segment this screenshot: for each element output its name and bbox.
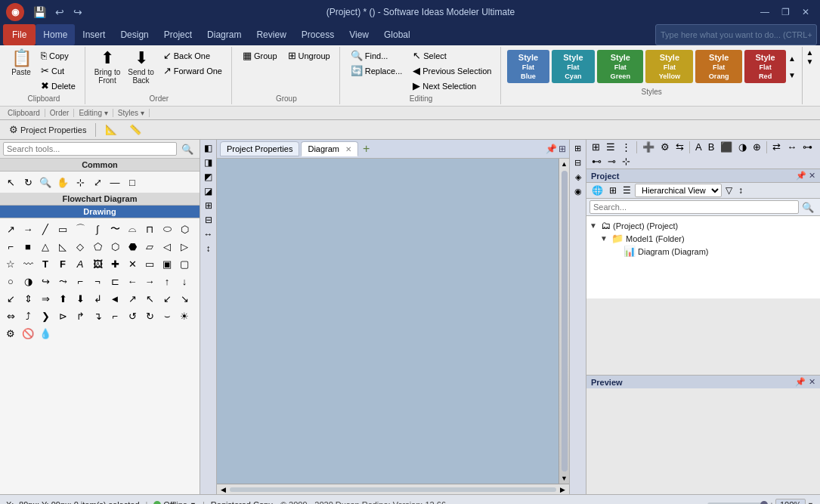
forward-one-button[interactable]: ↗ Forward One: [159, 63, 227, 78]
menu-review[interactable]: Review: [249, 24, 293, 45]
bring-to-front-button[interactable]: ⬆ Bring toFront: [91, 48, 123, 86]
diag-arrow-ne-tool[interactable]: ↗: [124, 290, 141, 307]
rotate-fwd-tool[interactable]: ↻: [141, 308, 158, 324]
diagram-pin-icon[interactable]: 📌: [546, 144, 557, 154]
diagram-horizontal-scrollbar[interactable]: ◀ ▶: [217, 484, 569, 494]
diagram-vertical-scrollbar[interactable]: ▲ ▼: [559, 159, 569, 484]
rotate-tool[interactable]: ↻: [20, 174, 36, 190]
diag-line-tool[interactable]: ╱: [37, 221, 54, 237]
style-flat-green-button[interactable]: StyleFlat Green: [597, 50, 643, 83]
bracket-left-tool[interactable]: ⌐: [72, 273, 88, 289]
parallelogram-tool[interactable]: ▱: [141, 238, 158, 255]
zoom-tool[interactable]: 🔍: [37, 174, 54, 190]
lt-arrow-tool[interactable]: ↙: [2, 290, 19, 307]
pt-icon-2[interactable]: ⊞: [607, 184, 619, 196]
zoom-dropdown-icon[interactable]: ▼: [807, 501, 814, 505]
rt-icon-h[interactable]: ⊶: [800, 141, 815, 153]
global-search-input[interactable]: [661, 30, 812, 39]
rvt-icon-2[interactable]: ⊟: [571, 156, 585, 169]
ribbon-expand-icon[interactable]: ▼: [806, 57, 814, 66]
replace-button[interactable]: 🔄 Replace...: [346, 63, 407, 78]
vt-icon-8[interactable]: ↕: [202, 242, 215, 255]
add-tab-button[interactable]: +: [360, 142, 373, 156]
rect-outline-tool[interactable]: ▭: [54, 221, 71, 237]
style-flat-yellow-button[interactable]: StyleFlat Yellow: [645, 50, 693, 83]
rt-icon-list[interactable]: ☰: [604, 141, 617, 153]
pan-tool[interactable]: ✋: [54, 174, 71, 190]
chevron-right-tool[interactable]: ▷: [176, 238, 193, 255]
horiz-scroll-track[interactable]: [230, 487, 556, 492]
arc-bottom-tool[interactable]: ⌣: [159, 308, 175, 324]
delete-button[interactable]: ✖ Delete: [36, 79, 80, 93]
vt-icon-6[interactable]: ⊟: [202, 213, 215, 227]
bracket-right-tool[interactable]: ¬: [89, 273, 106, 289]
offline-button[interactable]: Offline ▼: [153, 500, 196, 505]
previous-selection-button[interactable]: ◀ Previous Selection: [408, 63, 496, 78]
chevron-left-tool[interactable]: ◁: [159, 238, 175, 255]
copy-button[interactable]: ⎘ Copy: [36, 48, 80, 63]
project-search-icon[interactable]: 🔍: [799, 202, 817, 213]
project-properties-button[interactable]: ⚙ Project Properties: [5, 122, 91, 137]
diamond-tool[interactable]: ◇: [72, 238, 88, 255]
squiggle-tool[interactable]: 〰: [20, 255, 36, 272]
rt-icon-a[interactable]: A: [693, 141, 704, 153]
cut-button[interactable]: ✂ Cut: [36, 63, 80, 78]
find-button[interactable]: 🔍 Find...: [346, 48, 407, 63]
rounded-rect-tool[interactable]: ▢: [176, 255, 193, 272]
select-button[interactable]: ↖ Select: [408, 48, 496, 63]
preview-pin-icon[interactable]: 📌: [795, 377, 806, 387]
select-tool[interactable]: ↖: [2, 174, 19, 190]
menu-global[interactable]: Global: [376, 24, 418, 45]
maximize-button[interactable]: ❐: [777, 5, 794, 19]
rt-icon-arrows[interactable]: ⇆: [673, 141, 686, 153]
project-pin-icon[interactable]: 📌: [796, 171, 806, 181]
scroll-down-button[interactable]: ▼: [561, 475, 568, 482]
circle-outline-tool[interactable]: ○: [2, 273, 19, 289]
hierarchical-view-select[interactable]: Hierarchical View Flat View Sorted View: [635, 184, 722, 197]
dbl-rect-tool[interactable]: ▣: [159, 255, 175, 272]
scroll-right-button[interactable]: ▶: [558, 486, 568, 493]
diagram-canvas[interactable]: [217, 159, 559, 484]
vt-icon-2[interactable]: ◨: [202, 156, 215, 169]
wavy-arrow-tool[interactable]: ⤳: [54, 273, 71, 289]
multi-arrow-tool[interactable]: ⇔: [2, 308, 19, 324]
vt-icon-3[interactable]: ◩: [202, 170, 215, 184]
rt-icon-tree[interactable]: ⋮: [619, 141, 633, 153]
pt-icon-3[interactable]: ☰: [620, 184, 633, 196]
rt-icon-f[interactable]: ⇄: [770, 141, 783, 153]
style-flat-orange-button[interactable]: StyleFlat Orang: [695, 50, 742, 83]
rvt-icon-1[interactable]: ⊞: [571, 141, 585, 155]
vt-icon-5[interactable]: ⊞: [202, 199, 215, 212]
registered-copy-link[interactable]: Registered Copy.: [211, 500, 274, 505]
down-arrow-tool[interactable]: ↓: [176, 273, 193, 289]
pill-tool[interactable]: ⬭: [159, 221, 175, 237]
rt-icon-grid[interactable]: ⊞: [589, 141, 602, 153]
menu-diagram[interactable]: Diagram: [200, 24, 249, 45]
menu-process[interactable]: Process: [294, 24, 342, 45]
rt-icon-e[interactable]: ⊕: [750, 141, 763, 153]
chevron-tool[interactable]: ❯: [37, 308, 54, 324]
menu-insert[interactable]: Insert: [75, 24, 113, 45]
left-arrow2-tool[interactable]: ◄: [107, 290, 123, 307]
tree-item-project[interactable]: ▼ 🗂 (Project) (Project): [586, 219, 820, 232]
scroll-up-button[interactable]: ▲: [561, 160, 568, 168]
group-button[interactable]: ▦ Group: [238, 48, 282, 63]
scroll-thumb[interactable]: [562, 171, 568, 472]
triangle-tool[interactable]: △: [37, 238, 54, 255]
global-search-box[interactable]: [655, 24, 817, 45]
arrow-e-tool[interactable]: →: [20, 221, 36, 237]
teardrop-tool[interactable]: 💧: [37, 325, 54, 342]
tab-diagram-close-button[interactable]: ✕: [345, 145, 351, 153]
text-A-tool[interactable]: A: [72, 255, 88, 272]
right-arrow-tool[interactable]: →: [141, 273, 158, 289]
rvt-icon-4[interactable]: ◉: [571, 184, 585, 198]
text-F-tool[interactable]: F: [54, 255, 71, 272]
tab-project-properties[interactable]: Project Properties: [220, 141, 299, 156]
rect-tool[interactable]: □: [124, 174, 141, 190]
half-circle-tool[interactable]: ⌓: [124, 221, 141, 237]
image-tool[interactable]: 🖼: [89, 255, 106, 272]
style-flat-cyan-button[interactable]: StyleFlat Cyan: [552, 50, 596, 83]
diag-arrow-nw-tool[interactable]: ↖: [141, 290, 158, 307]
line-tool[interactable]: —: [107, 174, 123, 190]
diag-arrow-se-tool[interactable]: ↘: [176, 290, 193, 307]
